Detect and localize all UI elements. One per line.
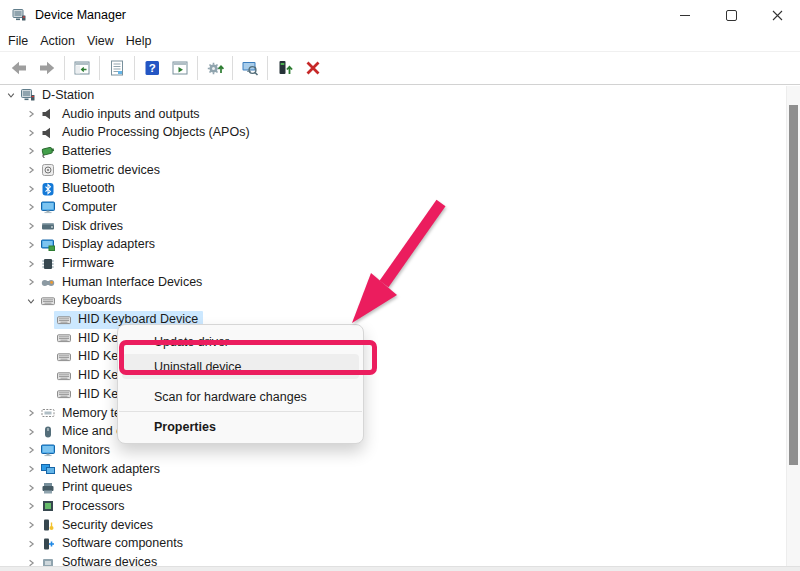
tree-item-content: Audio Processing Objects (APOs) [38,124,255,142]
tree-item-content: Disk drives [38,217,128,235]
tree-item-human-interface-devices[interactable]: Human Interface Devices [0,273,787,292]
context-menu-item-properties[interactable]: Properties [118,414,363,439]
tree-item-batteries[interactable]: Batteries [0,142,787,161]
toolbar-remote-computer-button[interactable] [236,56,264,80]
tree-item-network-adapters[interactable]: Network adapters [0,460,787,479]
toolbar-group [232,56,267,80]
toolbar-group [197,56,232,80]
toolbar-help-button[interactable]: ? [138,56,166,80]
forward-icon [37,58,57,78]
tree-item-audio-processing-objects-apos[interactable]: Audio Processing Objects (APOs) [0,123,787,142]
chevron-right-icon[interactable] [24,406,38,420]
tree-item-content: Audio inputs and outputs [38,105,205,123]
menubar-item-help[interactable]: Help [120,32,158,50]
hid-icon [40,274,56,290]
chevron-right-icon[interactable] [24,275,38,289]
tree-item-software-devices[interactable]: Software devices [0,553,787,567]
toolbar-group [2,56,64,80]
keyboard-icon [56,330,72,346]
tree-item-content: Batteries [38,142,116,160]
chevron-right-icon[interactable] [24,257,38,271]
chevron-right-icon[interactable] [24,481,38,495]
chevron-right-icon[interactable] [24,425,38,439]
monitor-icon [40,199,56,215]
tree-item-label: Audio Processing Objects (APOs) [62,125,250,140]
chevron-down-icon[interactable] [24,294,38,308]
tree-item-label: Disk drives [62,219,123,234]
context-menu-item-scan-for-hardware-changes[interactable]: Scan for hardware changes [118,384,363,409]
tree-item-biometric-devices[interactable]: Biometric devices [0,161,787,180]
toolbar-forward-button[interactable] [33,56,61,80]
chevron-right-icon[interactable] [24,163,38,177]
tree-item-content: Display adapters [38,236,160,254]
chevron-right-icon[interactable] [24,518,38,532]
svg-text:?: ? [149,62,156,74]
chevron-right-icon[interactable] [24,443,38,457]
horizontal-scrollbar[interactable] [0,566,800,571]
tree-item-display-adapters[interactable]: Display adapters [0,236,787,255]
chevron-right-icon[interactable] [24,144,38,158]
chevron-right-icon[interactable] [24,107,38,121]
tree-item-keyboards[interactable]: Keyboards [0,292,787,311]
show-console-tree-icon [72,58,92,78]
disk-icon [40,218,56,234]
menubar-item-view[interactable]: View [81,32,120,50]
chevron-right-icon[interactable] [24,462,38,476]
maximize-button[interactable] [708,0,754,30]
toolbar-show-console-tree-button[interactable] [68,56,96,80]
device-manager-window: Device Manager FileActionViewHelp ? D-St… [0,0,800,571]
tree-item-bluetooth[interactable]: Bluetooth [0,179,787,198]
chevron-right-icon[interactable] [24,238,38,252]
toolbar-properties-button[interactable] [103,56,131,80]
tree-item-label: Computer [62,200,117,215]
chevron-down-icon[interactable] [4,88,18,102]
monitor-icon [40,442,56,458]
tree-item-label: Bluetooth [62,181,115,196]
toolbar-group: ? [134,56,197,80]
tree-item-audio-inputs-and-outputs[interactable]: Audio inputs and outputs [0,105,787,124]
chevron-right-icon[interactable] [24,219,38,233]
tree-item-content: Security devices [38,516,158,534]
vertical-scrollbar-thumb[interactable] [789,105,798,465]
menubar-item-action[interactable]: Action [34,32,81,50]
tree-item-computer[interactable]: Computer [0,198,787,217]
tree-item-content: Keyboards [38,292,127,310]
context-menu-item-update-driver[interactable]: Update driver [118,329,363,354]
chevron-right-icon[interactable] [24,200,38,214]
chevron-spacer [40,387,54,401]
toolbar-uninstall-device-button[interactable] [299,56,327,80]
close-button[interactable] [754,0,800,30]
context-menu-item-uninstall-device[interactable]: Uninstall device [122,354,359,379]
tree-item-label: Network adapters [62,462,160,477]
toolbar-action-pane-button[interactable] [166,56,194,80]
speaker-icon [40,106,56,122]
toolbar-scan-hardware-changes-button[interactable] [201,56,229,80]
toolbar-update-driver-button[interactable] [271,56,299,80]
tree-item-label: Processors [62,499,125,514]
tree-item-firmware[interactable]: Firmware [0,254,787,273]
printer-icon [40,480,56,496]
keyboard-icon [40,293,56,309]
tree-item-monitors[interactable]: Monitors [0,441,787,460]
tree-item-content: Firmware [38,255,119,273]
tree-item-d-station[interactable]: D-Station [0,86,787,105]
menubar-item-file[interactable]: File [2,32,34,50]
keyboard-icon [56,312,72,328]
tree-item-processors[interactable]: Processors [0,497,787,516]
chevron-right-icon[interactable] [24,537,38,551]
tree-item-label: D-Station [42,88,94,103]
software-component-icon [40,536,56,552]
chevron-right-icon[interactable] [24,126,38,140]
tree-item-print-queues[interactable]: Print queues [0,478,787,497]
tree-item-software-components[interactable]: Software components [0,535,787,554]
toolbar-back-button[interactable] [5,56,33,80]
chevron-right-icon[interactable] [24,499,38,513]
firmware-icon [40,256,56,272]
tree-item-security-devices[interactable]: Security devices [0,516,787,535]
tree-item-disk-drives[interactable]: Disk drives [0,217,787,236]
minimize-button[interactable] [662,0,708,30]
chevron-right-icon[interactable] [24,182,38,196]
tree-item-content: Network adapters [38,460,165,478]
speaker-icon [40,125,56,141]
vertical-scrollbar[interactable] [786,86,800,567]
